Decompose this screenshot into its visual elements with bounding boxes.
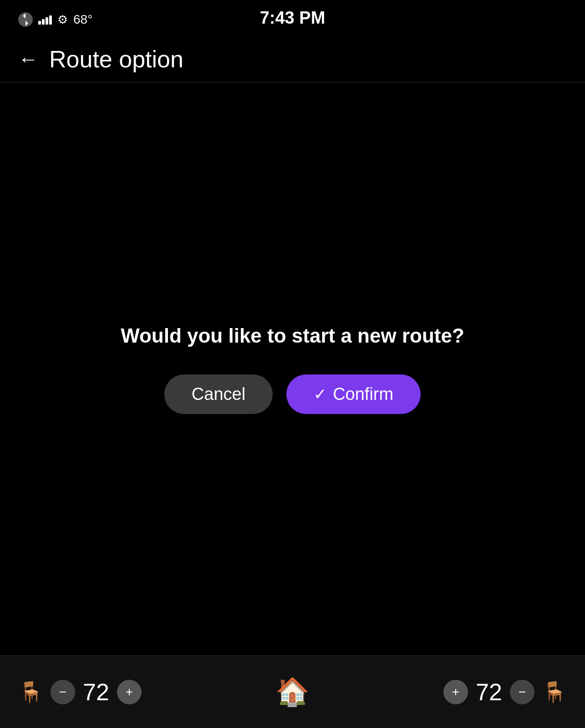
confirm-button[interactable]: ✓ Confirm — [286, 374, 421, 414]
confirm-label: Confirm — [333, 384, 393, 404]
cancel-button[interactable]: Cancel — [164, 374, 273, 414]
signal-icon — [38, 15, 52, 25]
status-left: ⚙ 68° — [18, 12, 92, 27]
bottom-right-controls: + 72 − 🪑 — [443, 678, 567, 706]
page-title: Route option — [49, 46, 183, 73]
left-seat-icon: 🪑 — [18, 680, 43, 704]
bottom-center: 🏠 — [275, 676, 310, 708]
status-bar: ⚙ 68° 7:43 PM — [0, 0, 585, 36]
right-plus-button[interactable]: + — [443, 680, 468, 704]
status-time: 7:43 PM — [260, 8, 326, 28]
checkmark-icon: ✓ — [314, 385, 326, 403]
gear-icon: ⚙ — [57, 13, 68, 27]
home-icon[interactable]: 🏠 — [275, 676, 310, 708]
back-button[interactable]: ← — [18, 48, 38, 71]
bluetooth-icon — [18, 12, 33, 27]
dialog-buttons: Cancel ✓ Confirm — [164, 374, 421, 414]
main-content: Would you like to start a new route? Can… — [0, 82, 585, 656]
left-plus-button[interactable]: + — [117, 680, 142, 704]
dialog-question: Would you like to start a new route? — [121, 324, 464, 347]
left-seat-count: 72 — [82, 678, 110, 706]
bottom-bar: 🪑 − 72 + 🏠 + 72 − 🪑 — [0, 655, 585, 728]
left-minus-button[interactable]: − — [51, 680, 75, 704]
right-seat-icon: 🪑 — [542, 680, 567, 704]
right-seat-count: 72 — [475, 678, 503, 706]
temperature-display: 68° — [73, 12, 92, 27]
right-minus-button[interactable]: − — [510, 680, 534, 704]
bottom-left-controls: 🪑 − 72 + — [18, 678, 142, 706]
nav-header: ← Route option — [0, 36, 585, 82]
